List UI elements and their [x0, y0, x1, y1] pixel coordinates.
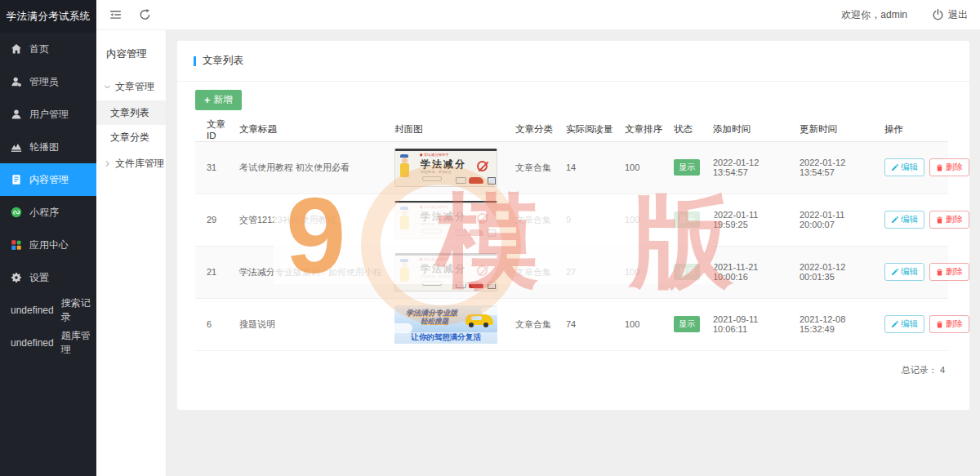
cell-reads: 27 [555, 246, 613, 298]
table-row: 6搜题说明学法满分专业版轻松搜题让你的驾照满分复活文章合集74100显示2021… [195, 298, 948, 350]
main-content: 文章列表 新增 文章ID文章标题封面图文章分类实际阅读量文章排序状态添加时间更新… [167, 30, 980, 476]
cell-category: 文章合集 [504, 298, 555, 350]
cell-added-time: 2021-11-21 10:00:16 [702, 246, 788, 298]
cover-title: 学法减分 [421, 210, 466, 224]
trash-icon [936, 269, 943, 276]
officer-vest [400, 268, 409, 282]
submenu-group-label: 文件库管理 [115, 157, 164, 171]
edit-label: 编辑 [901, 214, 918, 225]
cell-added-time: 2022-01-12 13:54:57 [702, 141, 788, 194]
truck-shape [456, 177, 466, 184]
home-icon [11, 43, 22, 55]
pencil-icon [891, 321, 898, 328]
cover-button-outline [422, 229, 442, 234]
sidebar-item-apps[interactable]: 应用中心 [0, 229, 96, 261]
trash-icon [936, 164, 943, 171]
total-records-label: 总记录： [902, 365, 938, 375]
sidebar-item-user[interactable]: 用户管理 [0, 98, 96, 131]
status-badge: 显示 [674, 159, 700, 176]
cell-actions: 编辑删除 [873, 298, 948, 350]
trash-icon [936, 321, 943, 328]
cell-status: 显示 [662, 194, 702, 246]
monitor-shape [488, 282, 496, 289]
sidebar-item-label: 小程序 [29, 206, 59, 220]
edit-button[interactable]: 编辑 [884, 211, 924, 229]
page-title: 文章列表 [203, 54, 243, 68]
cell-category: 文章合集 [504, 246, 555, 298]
chevron-right-icon [104, 160, 111, 167]
cell-category: 文章合集 [504, 141, 555, 194]
edit-label: 编辑 [901, 318, 918, 330]
column-header: 更新时间 [788, 118, 873, 141]
pencil-icon [891, 164, 898, 171]
cell-article-id: 29 [195, 194, 228, 246]
sidebar-item-label: 内容管理 [29, 173, 69, 187]
sidebar-item-home[interactable]: 首页 [0, 33, 96, 65]
submenu-item[interactable]: 文章列表 [96, 100, 166, 125]
user-icon [11, 109, 22, 120]
refresh-icon[interactable] [139, 9, 151, 20]
power-icon [932, 9, 944, 20]
edit-label: 编辑 [901, 266, 918, 278]
welcome-text: 欢迎你，admin [841, 8, 907, 22]
delete-label: 删除 [946, 318, 963, 330]
collapse-menu-icon[interactable] [109, 9, 122, 20]
monitor-shape [488, 229, 496, 237]
delete-button[interactable]: 删除 [929, 158, 969, 176]
cell-cover: 学法减分神助手学法减分拍照搜题、必加6分 [383, 194, 504, 246]
column-header: 实际阅读量 [555, 118, 613, 141]
cell-cover: 学法减分神助手学法减分拍照搜题、必加6分 [383, 141, 504, 194]
sidebar-item-label: 设置 [29, 271, 49, 285]
car-shape [469, 282, 483, 288]
no-entry-icon [477, 161, 488, 171]
sidebar-item-carousel[interactable]: 轮播图 [0, 131, 96, 163]
pencil-icon [891, 269, 898, 276]
table-row: 29交管12123补分使用教程学法减分神助手学法减分拍照搜题、必加6分文章合集9… [195, 194, 948, 246]
sidebar-item-settings[interactable]: 设置 [0, 261, 96, 294]
submenu-item[interactable]: 文章分类 [96, 125, 166, 149]
logout-button[interactable]: 退出 [932, 8, 968, 22]
car-shape [469, 229, 483, 236]
cell-updated-time: 2022-01-11 20:00:07 [788, 194, 873, 246]
cell-updated-time: 2022-01-12 13:54:57 [788, 141, 873, 194]
edit-button[interactable]: 编辑 [884, 158, 924, 176]
delete-button[interactable]: 删除 [929, 263, 969, 281]
table-row: 31考试使用教程 初次使用必看学法减分神助手学法减分拍照搜题、必加6分文章合集1… [195, 141, 948, 194]
apps-icon [11, 239, 22, 251]
cell-status: 显示 [662, 246, 702, 298]
sidebar-item-label: 管理员 [29, 75, 59, 89]
cell-sort: 100 [613, 194, 662, 246]
status-badge: 显示 [674, 264, 700, 280]
delete-button[interactable]: 删除 [929, 211, 969, 229]
topbar: 欢迎你，admin 退出 [96, 0, 980, 30]
sidebar-item-search[interactable]: undefined搜索记录 [0, 294, 96, 327]
article-table: 文章ID文章标题封面图文章分类实际阅读量文章排序状态添加时间更新时间操作 31考… [195, 118, 948, 351]
card-title: 文章列表 [177, 41, 969, 82]
cell-actions: 编辑删除 [873, 246, 948, 298]
content-icon [11, 174, 22, 185]
delete-button[interactable]: 删除 [929, 315, 969, 333]
cell-reads: 14 [555, 141, 613, 194]
column-header: 文章排序 [613, 118, 662, 141]
plus-icon [204, 95, 211, 105]
sidebar-item-label: 首页 [29, 42, 49, 56]
edit-button[interactable]: 编辑 [884, 315, 924, 333]
submenu-body: 文章管理文章列表文章分类文件库管理 [96, 73, 166, 177]
edit-button[interactable]: 编辑 [884, 263, 924, 281]
primary-nav: 首页管理员用户管理轮播图内容管理小程序应用中心设置undefined搜索记录un… [0, 33, 96, 359]
column-header: 文章ID [195, 118, 228, 141]
sidebar-item-content[interactable]: 内容管理 [0, 163, 96, 196]
car-shape [469, 177, 483, 184]
sidebar-item-qbank[interactable]: undefined题库管理 [0, 327, 96, 359]
add-button[interactable]: 新增 [195, 90, 242, 110]
cover-image-banner: 学法减分神助手学法减分拍照搜题、必加6分 [394, 253, 497, 291]
cover-subtitle: 拍照搜题、必加6分 [421, 170, 452, 175]
sidebar-item-admin[interactable]: 管理员 [0, 65, 96, 98]
cell-added-time: 2022-01-11 19:59:25 [702, 194, 788, 246]
submenu-group-collapsed[interactable]: 文件库管理 [96, 149, 166, 177]
sidebar-item-label: 搜索记录 [61, 296, 96, 324]
sidebar-item-miniapp[interactable]: 小程序 [0, 196, 96, 229]
chevron-down-icon [104, 83, 111, 91]
cell-article-id: 21 [195, 246, 228, 298]
submenu-group-expanded[interactable]: 文章管理 [96, 73, 166, 100]
